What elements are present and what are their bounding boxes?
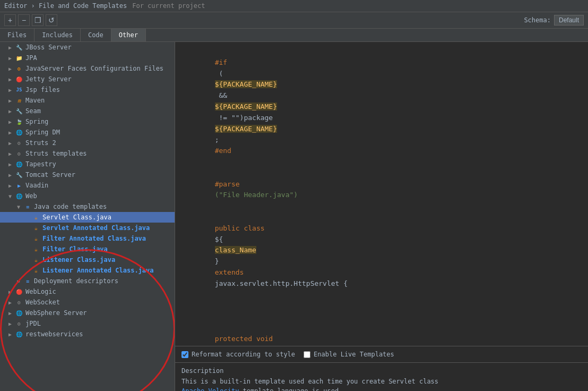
restwebservices-arrow: ▶ <box>8 332 15 337</box>
maven-label: Maven <box>25 97 45 104</box>
tapestry-arrow: ▶ <box>8 162 15 167</box>
sidebar-item-tapestry[interactable]: ▶ 🌐 Tapestry <box>0 159 175 169</box>
sidebar-item-java-code-templates[interactable]: ▼ ≡ Java code templates <box>0 201 175 212</box>
jpdl-arrow: ▶ <box>8 321 15 327</box>
description-title: Description <box>181 367 582 375</box>
add-button[interactable]: + <box>4 14 16 26</box>
jboss-icon: 🔧 <box>15 43 23 52</box>
bottom-options: Reformat according to style Enable Live … <box>175 346 588 362</box>
jpdl-label: jPDL <box>25 320 41 327</box>
sidebar-item-jpdl[interactable]: ▶ ⚙ jPDL <box>0 318 175 329</box>
jct-arrow: ▼ <box>17 204 23 210</box>
tab-includes[interactable]: Includes <box>34 29 81 41</box>
struts2-icon: ⚙ <box>15 139 23 147</box>
spring-dm-icon: 🌐 <box>15 128 23 137</box>
vaadin-label: Vaadin <box>25 182 48 189</box>
sidebar-item-servlet-annotated[interactable]: ☕ Servlet Annotated Class.java <box>0 223 175 233</box>
jsf-icon: ⚙ <box>15 64 23 73</box>
tapestry-label: Tapestry <box>25 160 56 168</box>
sidebar-item-listener-class[interactable]: ☕ Listener Class.java <box>0 254 175 265</box>
tab-files[interactable]: Files <box>0 29 34 41</box>
spring-dm-label: Spring DM <box>25 129 60 136</box>
description-link-line: Apache Velocity template language is use… <box>181 387 582 391</box>
reset-button[interactable]: ↺ <box>46 14 57 26</box>
tab-other[interactable]: Other <box>111 29 146 41</box>
description-link-suffix: template language is used <box>243 387 339 391</box>
jetty-label: Jetty Server <box>25 75 72 83</box>
websocket-arrow: ▶ <box>8 300 15 305</box>
schema-button[interactable]: Default <box>554 15 584 26</box>
live-templates-checkbox[interactable] <box>304 351 310 358</box>
sidebar-item-jpa[interactable]: ▶ 📁 JPA <box>0 53 175 63</box>
spring-dm-arrow: ▶ <box>8 130 15 135</box>
sidebar-item-struts2[interactable]: ▶ ⚙ Struts 2 <box>0 138 175 148</box>
servlet-class-icon: ☕ <box>32 213 40 222</box>
schema-label: Schema: <box>524 16 551 24</box>
sidebar-item-struts-templates[interactable]: ▶ ⚙ Struts templates <box>0 148 175 159</box>
filter-annotated-icon: ☕ <box>32 234 40 243</box>
code-panel[interactable]: #if ( ${PACKAGE_NAME} && ${PACKAGE_NAME}… <box>175 42 588 346</box>
struts-templates-label: Struts templates <box>25 150 87 157</box>
sidebar-item-filter-class[interactable]: ☕ Filter Class.java <box>0 244 175 254</box>
tab-bar: Files Includes Code Other <box>0 29 588 42</box>
sidebar-item-maven[interactable]: ▶ m Maven <box>0 95 175 106</box>
live-templates-checkbox-label[interactable]: Enable Live Templates <box>304 351 394 358</box>
seam-icon: 🔧 <box>15 107 23 115</box>
listener-class-icon: ☕ <box>32 256 40 264</box>
tomcat-label: Tomcat Server <box>25 171 75 178</box>
sidebar[interactable]: ▶ 🔧 JBoss Server ▶ 📁 JPA ▶ ⚙ JavaServer … <box>0 42 175 391</box>
restwebservices-icon: 🌐 <box>15 330 23 338</box>
remove-button[interactable]: − <box>18 14 30 26</box>
apache-velocity-link[interactable]: Apache Velocity <box>181 387 239 391</box>
seam-arrow: ▶ <box>8 108 15 114</box>
weblogic-label: WebLogic <box>25 288 56 295</box>
sidebar-item-listener-annotated[interactable]: ☕ Listener Annotated Class.java <box>0 265 175 276</box>
struts-templates-arrow: ▶ <box>8 151 15 157</box>
description-area: Description This is a built-in template … <box>175 362 588 391</box>
deployment-arrow: ▶ <box>17 278 23 284</box>
servlet-annotated-icon: ☕ <box>32 224 40 232</box>
deployment-icon: ≡ <box>23 277 32 285</box>
listener-annotated-label: Listener Annotated Class.java <box>42 267 154 274</box>
reformat-checkbox[interactable] <box>181 351 188 358</box>
sidebar-item-filter-annotated[interactable]: ☕ Filter Annotated Class.java <box>0 233 175 244</box>
sidebar-item-vaadin[interactable]: ▶ ▶ Vaadin <box>0 180 175 191</box>
jpa-arrow: ▶ <box>8 55 15 61</box>
code-line-2: #parse ("File Header.java") <box>181 168 582 212</box>
sidebar-item-tomcat[interactable]: ▶ 🔧 Tomcat Server <box>0 169 175 180</box>
tomcat-arrow: ▶ <box>8 172 15 178</box>
listener-annotated-icon: ☕ <box>32 266 40 275</box>
struts2-label: Struts 2 <box>25 139 56 147</box>
copy-button[interactable]: ❐ <box>32 14 44 26</box>
sidebar-item-spring[interactable]: ▶ 🍃 Spring <box>0 116 175 127</box>
jboss-arrow: ▶ <box>8 45 15 50</box>
tab-code[interactable]: Code <box>81 29 111 41</box>
sidebar-item-websocket[interactable]: ▶ ⚙ WebSocket <box>0 297 175 308</box>
reformat-checkbox-label[interactable]: Reformat according to style <box>181 351 295 358</box>
tapestry-icon: 🌐 <box>15 160 23 168</box>
spring-icon: 🍃 <box>15 117 23 126</box>
sidebar-item-weblogic[interactable]: ▶ 🔴 WebLogic <box>0 286 175 297</box>
jboss-label: JBoss Server <box>25 44 72 51</box>
web-icon: 🌐 <box>15 192 23 200</box>
sidebar-item-websphere[interactable]: ▶ 🌐 WebSphere Server <box>0 308 175 318</box>
sidebar-item-jsf[interactable]: ▶ ⚙ JavaServer Faces Configuration Files <box>0 63 175 74</box>
sidebar-item-jsp[interactable]: ▶ JS Jsp files <box>0 84 175 95</box>
sidebar-item-spring-dm[interactable]: ▶ 🌐 Spring DM <box>0 127 175 138</box>
breadcrumb: Editor › File and Code Templates For cur… <box>0 0 588 12</box>
reformat-label: Reformat according to style <box>192 351 295 358</box>
sidebar-item-seam[interactable]: ▶ 🔧 Seam <box>0 106 175 116</box>
sidebar-item-deployment[interactable]: ▶ ≡ Deployment descriptors <box>0 276 175 286</box>
websocket-icon: ⚙ <box>15 298 23 307</box>
deployment-label: Deployment descriptors <box>34 277 118 285</box>
struts2-arrow: ▶ <box>8 140 15 146</box>
sidebar-item-web[interactable]: ▼ 🌐 Web <box>0 191 175 201</box>
sidebar-item-jboss[interactable]: ▶ 🔧 JBoss Server <box>0 42 175 53</box>
sidebar-item-servlet-class[interactable]: ☕ Servlet Class.java <box>0 212 175 223</box>
sidebar-item-jetty[interactable]: ▶ 🔴 Jetty Server <box>0 74 175 84</box>
code-line-5: protected void doGet (javax.servlet.http… <box>181 311 582 346</box>
sidebar-item-restwebservices[interactable]: ▶ 🌐 restwebservices <box>0 329 175 339</box>
jct-icon: ≡ <box>23 202 32 211</box>
tomcat-icon: 🔧 <box>15 171 23 179</box>
listener-class-label: Listener Class.java <box>42 256 115 264</box>
